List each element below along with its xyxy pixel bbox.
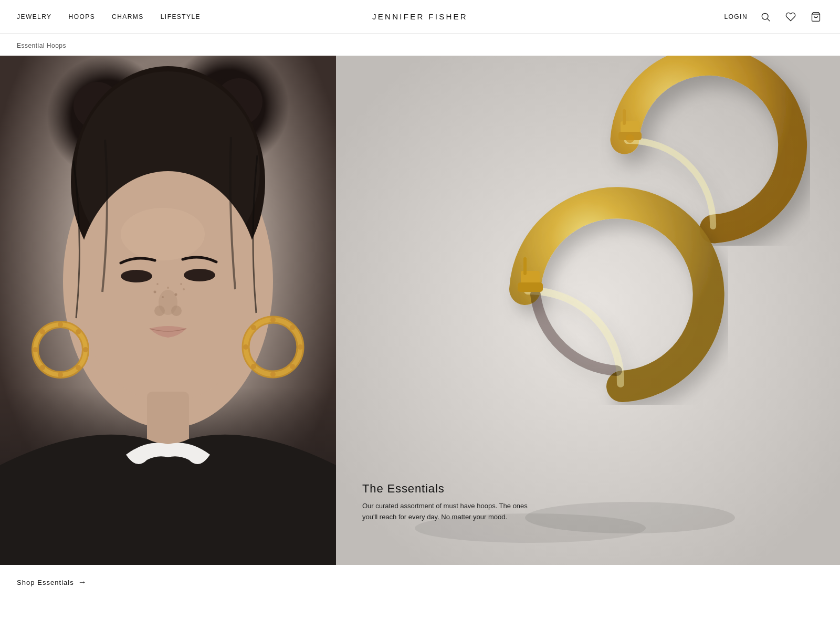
wishlist-button[interactable] [783, 9, 798, 24]
nav-hoops[interactable]: HOOPS [69, 13, 96, 20]
shop-essentials-link[interactable]: Shop Essentials → [17, 578, 87, 587]
model-illustration [0, 56, 336, 565]
svg-point-13 [184, 269, 215, 281]
svg-point-41 [270, 372, 276, 377]
product-bg: The Essentials Our curated assortment of… [336, 56, 840, 565]
svg-point-39 [298, 344, 303, 350]
svg-point-27 [58, 322, 63, 327]
shop-link-arrow: → [78, 578, 87, 587]
nav-charms[interactable]: CHARMS [112, 13, 144, 20]
hero-text-overlay: The Essentials Our curated assortment of… [362, 482, 541, 523]
hero-title: The Essentials [362, 482, 541, 496]
svg-rect-51 [523, 257, 527, 275]
hero-product-panel: The Essentials Our curated assortment of… [336, 56, 840, 565]
svg-point-20 [183, 288, 185, 290]
svg-point-38 [290, 325, 295, 330]
svg-point-32 [40, 365, 45, 370]
svg-point-0 [762, 13, 768, 19]
svg-point-18 [162, 296, 164, 298]
svg-point-15 [154, 306, 165, 316]
nav-lifestyle[interactable]: LIFESTYLE [161, 13, 201, 20]
svg-point-22 [180, 283, 182, 285]
svg-point-12 [121, 270, 152, 282]
nav-right: LOGIN [724, 9, 823, 24]
shop-link-label: Shop Essentials [17, 579, 74, 586]
breadcrumb: Essential Hoops [0, 34, 840, 56]
svg-point-16 [171, 306, 182, 316]
svg-point-42 [251, 364, 256, 369]
svg-point-44 [251, 325, 256, 330]
svg-rect-47 [623, 109, 626, 125]
svg-point-19 [175, 293, 177, 296]
model-bg [0, 56, 336, 565]
nav-left: JEWELRY HOOPS CHARMS LIFESTYLE [17, 13, 201, 20]
shop-link-bar: Shop Essentials → [0, 565, 840, 600]
cart-icon [811, 12, 821, 22]
svg-rect-52 [518, 282, 543, 292]
site-header: JEWELRY HOOPS CHARMS LIFESTYLE JENNIFER … [0, 0, 840, 34]
cart-button[interactable] [808, 9, 823, 24]
svg-point-11 [121, 208, 205, 260]
svg-point-29 [83, 347, 88, 352]
svg-point-40 [290, 364, 295, 369]
search-icon [760, 12, 771, 22]
svg-point-17 [154, 291, 156, 293]
svg-point-34 [40, 329, 45, 334]
brand-logo[interactable]: JENNIFER FISHER [372, 12, 468, 21]
hero-model-panel [0, 56, 336, 565]
svg-point-30 [76, 365, 81, 370]
wishlist-icon [785, 12, 796, 22]
svg-point-37 [270, 317, 276, 322]
search-button[interactable] [758, 9, 773, 24]
svg-rect-24 [147, 392, 189, 444]
svg-point-28 [76, 329, 81, 334]
svg-point-23 [167, 287, 169, 289]
hero-description: Our curated assortment of must have hoop… [362, 501, 541, 523]
svg-point-21 [156, 283, 159, 285]
breadcrumb-text: Essential Hoops [17, 42, 66, 49]
svg-point-33 [33, 347, 38, 352]
svg-point-31 [58, 372, 63, 377]
hero-section: The Essentials Our curated assortment of… [0, 56, 840, 565]
svg-point-43 [243, 344, 248, 350]
login-link[interactable]: LOGIN [724, 13, 748, 20]
nav-jewelry[interactable]: JEWELRY [17, 13, 52, 20]
svg-point-49 [626, 134, 634, 143]
svg-line-1 [768, 18, 770, 21]
